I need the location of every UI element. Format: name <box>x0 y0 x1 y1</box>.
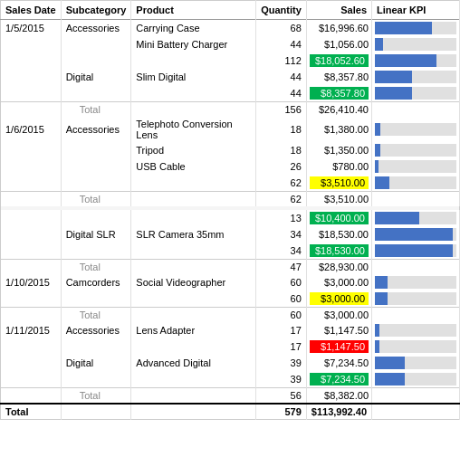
kpi-bar <box>375 71 412 83</box>
cell-sales: $7,234.50 <box>306 355 371 371</box>
cell-date <box>1 260 62 275</box>
cell-date <box>1 371 62 388</box>
cell-sales: $18,530.00 <box>306 226 371 243</box>
table-row: 13$10,400.00 <box>1 210 460 226</box>
table-row: 1/6/2015AccessoriesTelephoto Conversion … <box>1 117 460 142</box>
cell-sales: $1,380.00 <box>306 117 371 142</box>
cell-sales: $18,530.00 <box>306 243 371 260</box>
kpi-bar <box>375 228 453 241</box>
sales-highlight-green: $18,530.00 <box>310 244 369 257</box>
cell-subcategory: Accessories <box>61 117 131 142</box>
cell-sales: $3,000.00 <box>306 290 371 308</box>
table-row: 1/10/2015CamcordersSocial Videographer60… <box>1 274 460 290</box>
kpi-bar <box>375 22 432 34</box>
cell-subcategory: Total <box>61 102 131 118</box>
cell-date <box>1 175 62 192</box>
kpi-bar <box>375 324 379 337</box>
grand-total-label: Total <box>1 404 62 420</box>
cell-date <box>1 36 62 52</box>
cell-quantity: 44 <box>256 36 307 52</box>
col-product: Product <box>131 1 256 20</box>
kpi-bar-container <box>375 292 456 305</box>
table-row: 34$18,530.00 <box>1 243 460 260</box>
cell-product <box>131 175 256 192</box>
cell-quantity: 44 <box>256 69 307 85</box>
cell-subcategory: Accessories <box>61 20 131 37</box>
cell-quantity: 60 <box>256 274 307 290</box>
cell-subcategory <box>61 52 131 69</box>
cell-kpi <box>372 69 460 85</box>
kpi-bar-container <box>375 373 456 386</box>
cell-product <box>131 290 256 308</box>
col-sales-date: Sales Date <box>1 1 62 20</box>
cell-kpi <box>372 388 460 405</box>
table-row: Total60$3,000.00 <box>1 308 460 323</box>
cell-date <box>1 102 62 118</box>
cell-product <box>131 210 256 226</box>
sales-highlight-green: $10,400.00 <box>310 212 369 224</box>
cell-quantity: 34 <box>256 243 307 260</box>
kpi-bar <box>375 212 419 224</box>
cell-quantity: 56 <box>256 388 307 405</box>
cell-sales: $1,147.50 <box>306 322 371 338</box>
table-row: Mini Battery Charger44$1,056.00 <box>1 36 460 52</box>
cell-kpi <box>372 371 460 388</box>
cell-date <box>1 52 62 69</box>
kpi-bar-container <box>375 123 456 136</box>
sales-highlight-green: $8,357.80 <box>310 87 369 100</box>
col-sales: Sales <box>306 1 371 20</box>
col-quantity: Quantity <box>256 1 307 20</box>
kpi-bar <box>375 144 380 157</box>
cell-quantity: 13 <box>256 210 307 226</box>
cell-quantity: 39 <box>256 371 307 388</box>
table-row: Total62$3,510.00 <box>1 192 460 207</box>
cell-quantity: 44 <box>256 85 307 102</box>
kpi-bar-container <box>375 87 456 100</box>
cell-quantity: 17 <box>256 338 307 355</box>
cell-product: Social Videographer <box>131 274 256 290</box>
kpi-bar-container <box>375 22 456 34</box>
table-row: Tripod18$1,350.00 <box>1 142 460 158</box>
cell-date: 1/6/2015 <box>1 117 62 142</box>
kpi-bar-container <box>375 340 456 353</box>
cell-date <box>1 158 62 175</box>
cell-kpi <box>372 243 460 260</box>
cell-subcategory: Total <box>61 192 131 207</box>
cell-date: 1/5/2015 <box>1 20 62 37</box>
sales-highlight-green: $7,234.50 <box>310 373 369 386</box>
cell-date <box>1 338 62 355</box>
cell-product: Telephoto Conversion Lens <box>131 117 256 142</box>
cell-product: Lens Adapter <box>131 322 256 338</box>
cell-date <box>1 355 62 371</box>
cell-quantity: 39 <box>256 355 307 371</box>
cell-sales: $3,000.00 <box>306 274 371 290</box>
kpi-bar <box>375 373 405 386</box>
cell-sales: $3,000.00 <box>306 308 371 323</box>
cell-product: Slim Digital <box>131 69 256 85</box>
col-linear-kpi: Linear KPI <box>372 1 460 20</box>
cell-kpi <box>372 85 460 102</box>
cell-subcategory: Total <box>61 260 131 275</box>
cell-subcategory <box>61 85 131 102</box>
cell-kpi <box>372 274 460 290</box>
cell-date <box>1 69 62 85</box>
table-row: USB Cable26$780.00 <box>1 158 460 175</box>
kpi-bar <box>375 176 389 189</box>
cell-product <box>131 243 256 260</box>
cell-date <box>1 290 62 308</box>
cell-kpi <box>372 260 460 275</box>
kpi-bar <box>375 87 412 100</box>
cell-quantity: 112 <box>256 52 307 69</box>
grand-total-row: Total 579 $113,992.40 <box>1 404 460 420</box>
cell-product <box>131 388 256 405</box>
kpi-bar-container <box>375 244 456 257</box>
table-row: DigitalAdvanced Digital39$7,234.50 <box>1 355 460 371</box>
cell-product: USB Cable <box>131 158 256 175</box>
kpi-bar <box>375 160 379 173</box>
cell-sales: $8,357.80 <box>306 85 371 102</box>
kpi-bar-container <box>375 357 456 369</box>
table-row: 1/11/2015AccessoriesLens Adapter17$1,147… <box>1 322 460 338</box>
cell-sales: $1,350.00 <box>306 142 371 158</box>
table-row: DigitalSlim Digital44$8,357.80 <box>1 69 460 85</box>
cell-subcategory: Camcorders <box>61 274 131 290</box>
